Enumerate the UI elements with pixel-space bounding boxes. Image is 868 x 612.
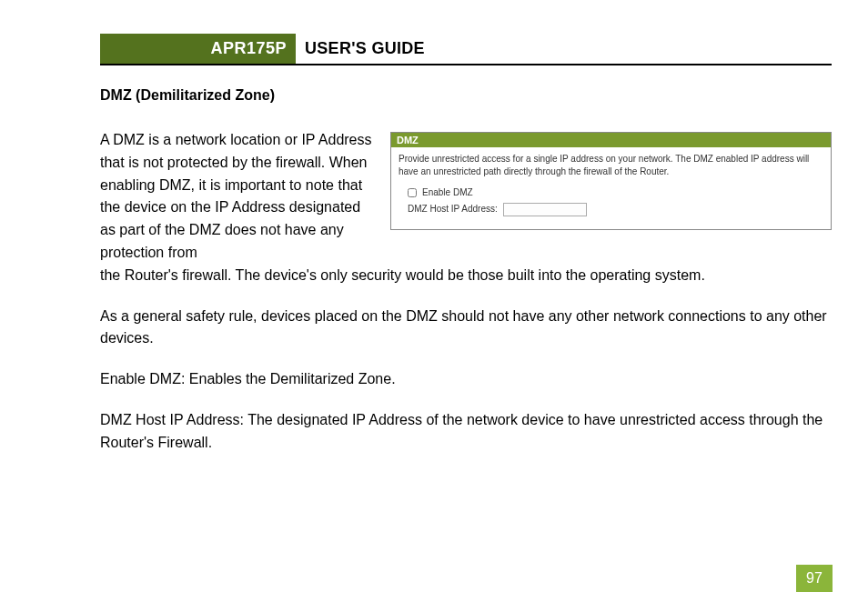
section-heading: DMZ (Demilitarized Zone) [100,87,832,104]
enable-dmz-paragraph: Enable DMZ: Enables the Demilitarized Zo… [100,368,832,391]
dmz-config-screenshot: DMZ Provide unrestricted access for a si… [390,132,832,230]
enable-dmz-checkbox[interactable] [408,188,417,197]
page-number: 97 [796,565,833,592]
dmz-ip-label: DMZ Host IP Address: [408,203,498,216]
header-bar: APR175P USER'S GUIDE [100,34,832,65]
safety-paragraph: As a general safety rule, devices placed… [100,306,832,351]
page: APR175P USER'S GUIDE DMZ (Demilitarized … [0,0,868,612]
host-ip-paragraph: DMZ Host IP Address: The designated IP A… [100,409,832,455]
enable-dmz-row: Enable DMZ [408,186,823,199]
product-tag: APR175P [100,34,296,64]
enable-dmz-label: Enable DMZ [422,186,473,199]
dmz-inset-body: Provide unrestricted access for a single… [391,147,831,229]
intro-continuation: the Router's firewall. The device's only… [100,265,832,287]
dmz-ip-input[interactable] [503,203,587,216]
intro-paragraph-left: A DMZ is a network location or IP Addres… [100,129,378,265]
dmz-band-title: DMZ [391,133,831,147]
dmz-ip-row: DMZ Host IP Address: [408,203,823,216]
dmz-inset-controls: Enable DMZ DMZ Host IP Address: [399,186,823,216]
intro-row: A DMZ is a network location or IP Addres… [100,129,832,265]
document-title: USER'S GUIDE [296,34,425,64]
dmz-inset-description: Provide unrestricted access for a single… [399,153,823,177]
